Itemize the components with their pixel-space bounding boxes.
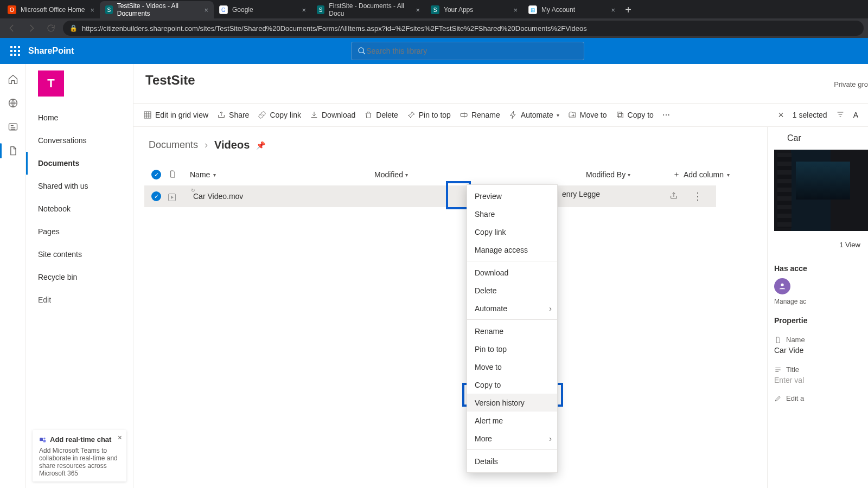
ctx-preview[interactable]: Preview <box>467 187 557 205</box>
browser-tab[interactable]: S FirstSite - Documents - All Docu × <box>311 1 425 18</box>
rail-news-icon[interactable] <box>8 121 18 132</box>
video-thumbnail[interactable] <box>774 150 868 231</box>
breadcrumb-root[interactable]: Documents <box>149 139 198 151</box>
search-input[interactable] <box>366 47 578 55</box>
ctx-delete[interactable]: Delete <box>467 281 557 299</box>
svg-rect-8 <box>18 54 20 56</box>
cmd-pin[interactable]: Pin to top <box>407 111 451 119</box>
nav-notebook[interactable]: Notebook <box>26 197 133 220</box>
ctx-pintotop[interactable]: Pin to top <box>467 340 557 358</box>
favicon: S <box>105 5 113 14</box>
svg-rect-5 <box>18 50 20 52</box>
nav-shared[interactable]: Shared with us <box>26 175 133 197</box>
cmd-copyto[interactable]: Copy to <box>616 111 654 119</box>
ctx-alertme[interactable]: Alert me <box>467 412 557 429</box>
browser-tab[interactable]: O Microsoft Office Home × <box>2 1 100 18</box>
tab-close-icon[interactable]: × <box>416 6 420 14</box>
new-tab-button[interactable]: + <box>621 1 636 18</box>
tab-close-icon[interactable]: × <box>204 6 208 14</box>
text-icon <box>774 366 782 374</box>
ctx-copyto[interactable]: Copy to <box>467 376 557 394</box>
breadcrumb-current: Videos <box>214 139 250 151</box>
app-launcher-icon[interactable] <box>7 42 24 60</box>
favicon: S <box>317 5 324 14</box>
tab-close-icon[interactable]: × <box>513 6 518 14</box>
nav-pages[interactable]: Pages <box>26 220 133 243</box>
browser-tab[interactable]: S Your Apps × <box>425 1 523 18</box>
select-all-checkbox[interactable]: ✓ <box>151 170 161 179</box>
nav-documents[interactable]: Documents <box>26 152 133 175</box>
edit-all-link[interactable]: Edit a <box>774 394 868 402</box>
delete-icon <box>364 111 373 119</box>
cmd-automate[interactable]: Automate ▾ <box>509 111 559 119</box>
manage-access-link[interactable]: Manage ac <box>774 298 868 305</box>
cmd-overflow[interactable]: ⋯ <box>662 111 670 119</box>
ctx-rename[interactable]: Rename <box>467 322 557 340</box>
suite-search[interactable] <box>351 42 584 60</box>
chevron-down-icon: ▾ <box>727 172 730 178</box>
details-title: Car <box>787 133 801 143</box>
site-title[interactable]: TestSite <box>145 73 195 88</box>
row-checkbox[interactable]: ✓ <box>151 191 161 201</box>
promo-close-icon[interactable]: × <box>118 433 122 442</box>
row-more-icon[interactable]: ⋮ <box>686 184 710 208</box>
cmd-delete[interactable]: Delete <box>364 111 398 119</box>
ctx-automate[interactable]: Automate <box>467 299 557 317</box>
rail-home-icon[interactable] <box>8 74 18 85</box>
clear-selection-icon[interactable]: × <box>778 110 784 121</box>
ctx-copylink[interactable]: Copy link <box>467 223 557 241</box>
nav-recyclebin[interactable]: Recycle bin <box>26 266 133 288</box>
forward-button[interactable] <box>24 21 39 36</box>
rail-globe-icon[interactable] <box>8 98 18 108</box>
reload-button[interactable] <box>43 21 59 36</box>
browser-tab[interactable]: S TestSite - Videos - All Documents × <box>100 1 214 18</box>
column-name[interactable]: Name▾ <box>190 170 320 179</box>
ctx-versionhistory[interactable]: Version history <box>467 394 557 412</box>
rail-files-icon[interactable] <box>8 145 18 156</box>
share-icon <box>217 111 226 119</box>
prop-name-value[interactable]: Car Vide <box>774 346 868 355</box>
cmd-copylink[interactable]: Copy link <box>258 111 301 119</box>
nav-home[interactable]: Home <box>26 106 133 129</box>
menu-separator <box>467 261 557 261</box>
back-button[interactable] <box>4 21 20 36</box>
row-modifiedby[interactable]: enry Legge <box>562 190 600 198</box>
prop-title-value[interactable]: Enter val <box>774 376 868 384</box>
omnibox[interactable]: 🔒 https://citizenbuilders.sharepoint.com… <box>63 21 864 36</box>
type-column-icon[interactable] <box>168 170 190 180</box>
view-label[interactable]: A <box>853 111 858 119</box>
column-modifiedby[interactable]: Modified By▾ <box>586 170 673 179</box>
suite-brand[interactable]: SharePoint <box>28 46 74 56</box>
add-column[interactable]: ＋ Add column▾ <box>673 170 749 179</box>
cmd-rename[interactable]: Rename <box>459 111 500 119</box>
user-avatar[interactable] <box>774 278 790 294</box>
browser-tab[interactable]: ⊞ My Account × <box>523 1 621 18</box>
ctx-details[interactable]: Details <box>467 452 557 470</box>
tab-label: TestSite - Videos - All Documents <box>117 2 200 17</box>
ctx-more[interactable]: More <box>467 429 557 447</box>
row-share-icon[interactable] <box>669 191 678 202</box>
tab-close-icon[interactable]: × <box>611 6 615 14</box>
cmd-share[interactable]: Share <box>217 111 249 119</box>
file-name[interactable]: Car Video.mov <box>193 192 243 201</box>
nav-sitecontents[interactable]: Site contents <box>26 243 133 266</box>
ctx-moveto[interactable]: Move to <box>467 358 557 376</box>
file-row[interactable]: ✓ ↻ Car Video.mov ⋮ <box>144 185 716 207</box>
ctx-share[interactable]: Share <box>467 205 557 223</box>
nav-conversations[interactable]: Conversations <box>26 129 133 152</box>
ctx-manageaccess[interactable]: Manage access <box>467 241 557 259</box>
cmd-grid[interactable]: Edit in grid view <box>143 111 208 119</box>
site-icon[interactable]: T <box>38 70 64 97</box>
ctx-download[interactable]: Download <box>467 264 557 281</box>
cmd-moveto[interactable]: Move to <box>568 111 607 119</box>
column-modified[interactable]: Modified▾ <box>374 170 450 179</box>
grid-icon <box>143 111 152 119</box>
tab-close-icon[interactable]: × <box>302 6 306 14</box>
tab-close-icon[interactable]: × <box>90 6 94 14</box>
search-icon <box>358 47 366 55</box>
browser-tab[interactable]: G Google × <box>214 1 311 18</box>
cmd-download[interactable]: Download <box>310 111 355 119</box>
pin-icon[interactable]: 📌 <box>256 141 265 150</box>
filter-icon[interactable] <box>836 110 845 120</box>
nav-edit[interactable]: Edit <box>26 288 133 311</box>
